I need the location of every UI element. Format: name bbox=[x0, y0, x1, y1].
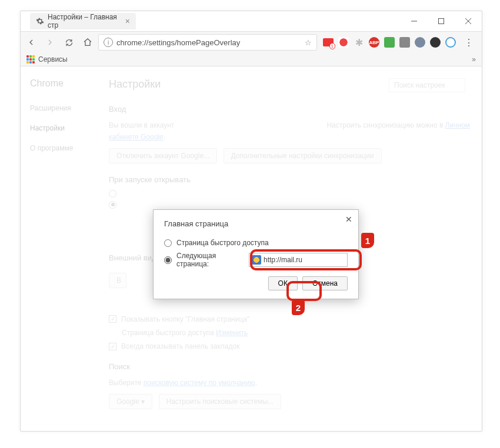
choose-text: Выберите bbox=[109, 379, 144, 387]
show-bookmarks-checkbox-label[interactable]: Всегда показывать панель закладок bbox=[121, 342, 239, 350]
section-signin-title: Вход bbox=[109, 105, 470, 113]
brand-title: Chrome bbox=[30, 78, 109, 89]
ok-button[interactable]: ОК bbox=[268, 276, 298, 290]
home-page-dialog: ✕ Главная страница Страница быстрого дос… bbox=[153, 209, 359, 299]
opera-icon[interactable] bbox=[338, 37, 349, 48]
apps-grid-icon bbox=[26, 55, 35, 63]
home-button[interactable] bbox=[79, 34, 96, 51]
themes-button[interactable]: В bbox=[109, 273, 126, 288]
radio-input[interactable] bbox=[164, 256, 172, 264]
window-minimize-button[interactable] bbox=[401, 12, 428, 30]
tab-close-button[interactable]: × bbox=[125, 16, 130, 26]
mailru-favicon bbox=[252, 255, 261, 265]
annotation-number-1: 1 bbox=[361, 233, 374, 248]
url-text: chrome://settings/homePageOverlay bbox=[116, 38, 301, 47]
radio-label: Следующая страница: bbox=[176, 252, 244, 268]
back-button[interactable] bbox=[23, 34, 39, 51]
site-info-icon[interactable]: i bbox=[104, 38, 113, 47]
green-ext-icon[interactable] bbox=[384, 37, 395, 48]
homepage-url-input[interactable]: http://mail.ru bbox=[249, 253, 348, 267]
radio-input[interactable] bbox=[164, 239, 172, 247]
show-home-checkbox-label[interactable]: Показывать кнопку "Главная страница" bbox=[121, 315, 249, 323]
sidebar-item-extensions[interactable]: Расширения bbox=[30, 104, 109, 112]
window-maximize-button[interactable] bbox=[428, 12, 455, 30]
gear-icon bbox=[36, 17, 44, 25]
settings-search[interactable]: Поиск настроек bbox=[389, 78, 465, 92]
svg-rect-1 bbox=[439, 19, 444, 24]
toolbar: i chrome://settings/homePageOverlay ☆ ✱ … bbox=[21, 31, 482, 53]
search-engine-select[interactable]: Google ▾ bbox=[109, 394, 152, 409]
change-link[interactable]: Изменить bbox=[216, 329, 248, 337]
dialog-close-button[interactable]: ✕ bbox=[345, 215, 352, 224]
radio-icon bbox=[109, 201, 116, 209]
url-value: http://mail.ru bbox=[264, 256, 302, 264]
grey-ext-icon[interactable] bbox=[399, 37, 410, 48]
signin-text: Вы вошли в аккаунт bbox=[109, 121, 174, 129]
reload-button[interactable] bbox=[61, 34, 77, 51]
advanced-sync-button[interactable]: Дополнительные настройки синхронизации bbox=[224, 148, 382, 163]
chrome-menu-button[interactable]: ⋮ bbox=[461, 34, 477, 51]
annotation-number-2: 2 bbox=[292, 300, 305, 315]
window-close-button[interactable] bbox=[455, 12, 482, 30]
manage-search-button[interactable]: Настроить поисковые системы... bbox=[159, 394, 282, 409]
personal-link[interactable]: Личном bbox=[445, 121, 470, 129]
abp-icon[interactable]: ABP bbox=[369, 37, 379, 48]
sidebar-item-settings[interactable]: Настройки bbox=[30, 124, 109, 132]
section-search-title: Поиск bbox=[109, 362, 470, 371]
block-icon[interactable] bbox=[430, 37, 441, 48]
radio-label: Страница быстрого доступа bbox=[176, 239, 269, 247]
google-account-link[interactable]: кабинете Google bbox=[109, 133, 164, 141]
tab-title: Настройки – Главная стр bbox=[48, 13, 122, 29]
extension-icons: ✱ ABP bbox=[319, 37, 456, 48]
paw-icon[interactable]: ✱ bbox=[354, 37, 364, 48]
sync-text: Настроить синхронизацию можно в bbox=[326, 121, 445, 129]
eye-icon[interactable] bbox=[445, 37, 456, 48]
gmail-icon[interactable] bbox=[323, 38, 334, 46]
cancel-button[interactable]: Отмена bbox=[302, 276, 348, 290]
apps-label: Сервисы bbox=[38, 55, 68, 63]
checkbox-icon: ✓ bbox=[109, 315, 116, 323]
apps-shortcut[interactable]: Сервисы bbox=[26, 55, 68, 63]
quick-access-text: Страница быстрого доступа bbox=[122, 329, 214, 337]
bookmarks-overflow-icon[interactable]: » bbox=[472, 55, 476, 63]
section-startup-title: При запуске открывать bbox=[109, 175, 470, 184]
sidebar-item-about[interactable]: О программе bbox=[30, 144, 109, 152]
disconnect-google-button[interactable]: Отключить аккаунт Google... bbox=[109, 148, 217, 163]
checkbox-icon: ✓ bbox=[109, 343, 116, 350]
dialog-title: Главная страница bbox=[164, 219, 348, 228]
bookmarks-bar: Сервисы » bbox=[21, 53, 482, 66]
vk-icon[interactable] bbox=[415, 37, 425, 48]
tab-settings[interactable]: Настройки – Главная стр × bbox=[30, 13, 136, 29]
address-bar[interactable]: i chrome://settings/homePageOverlay ☆ bbox=[98, 34, 317, 51]
radio-quick-access[interactable]: Страница быстрого доступа bbox=[164, 239, 348, 247]
bookmark-star-icon[interactable]: ☆ bbox=[305, 38, 312, 47]
forward-button[interactable] bbox=[42, 34, 58, 51]
radio-icon bbox=[109, 190, 116, 198]
settings-sidebar: Chrome Расширения Настройки О программе bbox=[21, 78, 109, 414]
radio-specific-page[interactable]: Следующая страница: http://mail.ru bbox=[164, 252, 348, 268]
default-search-link[interactable]: поисковую систему по умолчанию bbox=[144, 379, 255, 387]
